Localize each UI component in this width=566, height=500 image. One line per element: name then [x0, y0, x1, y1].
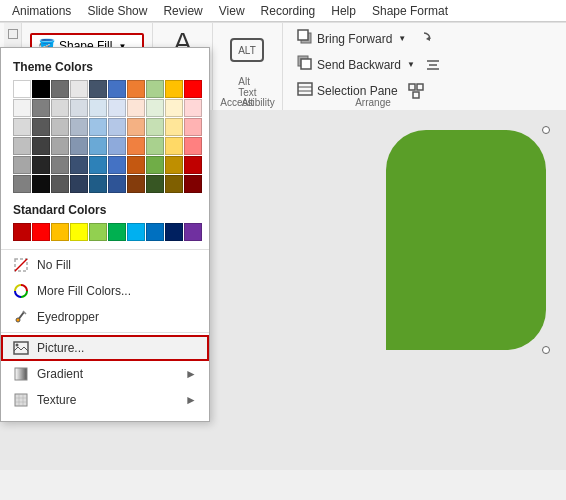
- group-button[interactable]: [406, 81, 426, 101]
- theme-color-swatch-12[interactable]: [51, 99, 69, 117]
- theme-color-swatch-57[interactable]: [146, 175, 164, 193]
- theme-color-swatch-50[interactable]: [13, 175, 31, 193]
- theme-color-swatch-32[interactable]: [51, 137, 69, 155]
- standard-color-swatch-4[interactable]: [89, 223, 107, 241]
- standard-color-swatch-6[interactable]: [127, 223, 145, 241]
- divider-2: [1, 332, 209, 333]
- menu-recording[interactable]: Recording: [253, 2, 324, 20]
- theme-color-swatch-59[interactable]: [184, 175, 202, 193]
- theme-color-swatch-14[interactable]: [89, 99, 107, 117]
- rotate-button[interactable]: [414, 29, 434, 49]
- theme-color-swatch-17[interactable]: [146, 99, 164, 117]
- menu-slideshow[interactable]: Slide Show: [79, 2, 155, 20]
- standard-color-swatch-9[interactable]: [184, 223, 202, 241]
- menu-animations[interactable]: Animations: [4, 2, 79, 20]
- standard-color-swatch-7[interactable]: [146, 223, 164, 241]
- theme-color-swatch-39[interactable]: [184, 137, 202, 155]
- send-backward-button[interactable]: Send Backward ▼: [291, 53, 421, 76]
- theme-color-swatch-23[interactable]: [70, 118, 88, 136]
- more-fill-colors-option[interactable]: More Fill Colors...: [1, 278, 209, 304]
- theme-color-swatch-33[interactable]: [70, 137, 88, 155]
- theme-color-swatch-36[interactable]: [127, 137, 145, 155]
- handle-bottom-right[interactable]: [542, 346, 550, 354]
- theme-color-swatch-41[interactable]: [32, 156, 50, 174]
- theme-color-swatch-52[interactable]: [51, 175, 69, 193]
- arrange-group: Bring Forward ▼ Send Backward ▼: [283, 23, 463, 110]
- theme-color-swatch-49[interactable]: [184, 156, 202, 174]
- theme-color-swatch-5[interactable]: [108, 80, 126, 98]
- gradient-label: Gradient: [37, 367, 83, 381]
- menu-shape-format[interactable]: Shape Format: [364, 2, 456, 20]
- picture-label: Picture...: [37, 341, 84, 355]
- theme-color-swatch-54[interactable]: [89, 175, 107, 193]
- menu-help[interactable]: Help: [323, 2, 364, 20]
- no-fill-icon: [13, 257, 29, 273]
- texture-option[interactable]: Texture ►: [1, 387, 209, 413]
- theme-color-swatch-29[interactable]: [184, 118, 202, 136]
- green-shape[interactable]: [386, 130, 546, 350]
- gradient-option[interactable]: Gradient ►: [1, 361, 209, 387]
- theme-color-swatch-30[interactable]: [13, 137, 31, 155]
- no-fill-option[interactable]: No Fill: [1, 252, 209, 278]
- theme-color-swatch-19[interactable]: [184, 99, 202, 117]
- theme-color-swatch-7[interactable]: [146, 80, 164, 98]
- theme-color-swatch-22[interactable]: [51, 118, 69, 136]
- standard-color-swatch-8[interactable]: [165, 223, 183, 241]
- standard-color-swatch-2[interactable]: [51, 223, 69, 241]
- theme-color-swatch-20[interactable]: [13, 118, 31, 136]
- theme-color-swatch-13[interactable]: [70, 99, 88, 117]
- theme-color-swatch-8[interactable]: [165, 80, 183, 98]
- theme-color-swatch-15[interactable]: [108, 99, 126, 117]
- theme-color-swatch-46[interactable]: [127, 156, 145, 174]
- svg-text:ALT: ALT: [239, 45, 257, 56]
- theme-color-swatch-2[interactable]: [51, 80, 69, 98]
- theme-color-swatch-31[interactable]: [32, 137, 50, 155]
- menu-view[interactable]: View: [211, 2, 253, 20]
- theme-color-swatch-10[interactable]: [13, 99, 31, 117]
- more-fill-colors-label: More Fill Colors...: [37, 284, 131, 298]
- theme-color-swatch-35[interactable]: [108, 137, 126, 155]
- theme-color-swatch-25[interactable]: [108, 118, 126, 136]
- theme-color-swatch-16[interactable]: [127, 99, 145, 117]
- theme-color-swatch-47[interactable]: [146, 156, 164, 174]
- theme-color-swatch-27[interactable]: [146, 118, 164, 136]
- theme-color-swatch-0[interactable]: [13, 80, 31, 98]
- theme-color-swatch-28[interactable]: [165, 118, 183, 136]
- bring-forward-button[interactable]: Bring Forward ▼: [291, 27, 412, 50]
- eyedropper-option[interactable]: Eyedropper: [1, 304, 209, 330]
- theme-color-swatch-55[interactable]: [108, 175, 126, 193]
- handle-top-right[interactable]: [542, 126, 550, 134]
- theme-color-swatch-24[interactable]: [89, 118, 107, 136]
- theme-color-swatch-34[interactable]: [89, 137, 107, 155]
- theme-color-swatch-3[interactable]: [70, 80, 88, 98]
- theme-color-swatch-6[interactable]: [127, 80, 145, 98]
- theme-color-swatch-58[interactable]: [165, 175, 183, 193]
- menu-review[interactable]: Review: [155, 2, 210, 20]
- theme-color-swatch-1[interactable]: [32, 80, 50, 98]
- theme-color-swatch-51[interactable]: [32, 175, 50, 193]
- theme-color-swatch-38[interactable]: [165, 137, 183, 155]
- theme-color-swatch-37[interactable]: [146, 137, 164, 155]
- theme-color-swatch-56[interactable]: [127, 175, 145, 193]
- theme-color-swatch-18[interactable]: [165, 99, 183, 117]
- alt-text-button[interactable]: ALT: [225, 29, 269, 73]
- standard-color-swatch-0[interactable]: [13, 223, 31, 241]
- theme-color-swatch-48[interactable]: [165, 156, 183, 174]
- standard-color-swatch-3[interactable]: [70, 223, 88, 241]
- standard-color-swatch-1[interactable]: [32, 223, 50, 241]
- svg-rect-25: [15, 394, 27, 406]
- align-button[interactable]: [423, 55, 443, 75]
- theme-color-swatch-43[interactable]: [70, 156, 88, 174]
- theme-color-swatch-11[interactable]: [32, 99, 50, 117]
- theme-color-swatch-40[interactable]: [13, 156, 31, 174]
- theme-color-swatch-9[interactable]: [184, 80, 202, 98]
- theme-color-swatch-44[interactable]: [89, 156, 107, 174]
- theme-color-swatch-26[interactable]: [127, 118, 145, 136]
- theme-color-swatch-4[interactable]: [89, 80, 107, 98]
- picture-option[interactable]: Picture...: [1, 335, 209, 361]
- theme-color-swatch-42[interactable]: [51, 156, 69, 174]
- theme-color-swatch-53[interactable]: [70, 175, 88, 193]
- standard-color-swatch-5[interactable]: [108, 223, 126, 241]
- theme-color-swatch-21[interactable]: [32, 118, 50, 136]
- theme-color-swatch-45[interactable]: [108, 156, 126, 174]
